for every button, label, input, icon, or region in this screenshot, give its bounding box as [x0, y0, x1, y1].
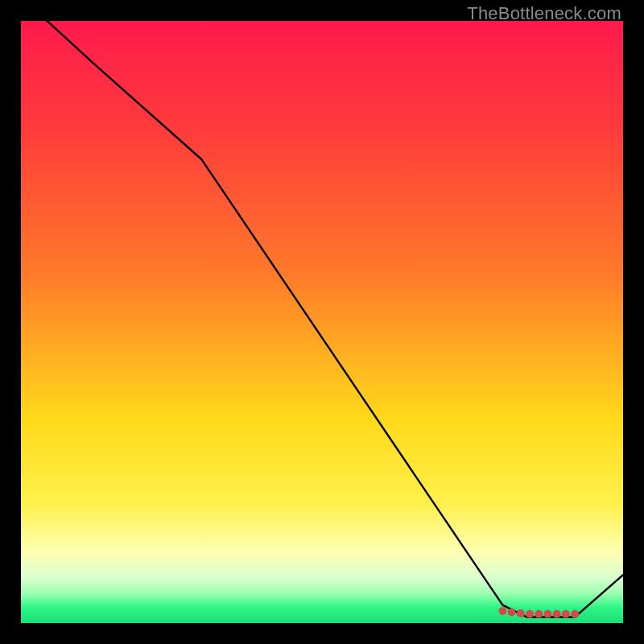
- curve-layer: [21, 21, 623, 617]
- valley-marker: [544, 610, 552, 618]
- valley-marker: [535, 610, 543, 618]
- valley-marker: [571, 610, 579, 618]
- valley-marker: [562, 610, 570, 618]
- marker-layer: [498, 607, 579, 618]
- bottleneck-curve: [21, 21, 623, 617]
- valley-marker: [508, 609, 516, 617]
- valley-marker: [498, 607, 506, 615]
- valley-marker: [553, 610, 561, 618]
- plot-area: [21, 21, 623, 623]
- valley-marker: [517, 609, 525, 617]
- valley-marker: [526, 610, 534, 618]
- line-chart-svg: [21, 21, 623, 623]
- chart-frame: TheBottleneck.com: [0, 0, 644, 644]
